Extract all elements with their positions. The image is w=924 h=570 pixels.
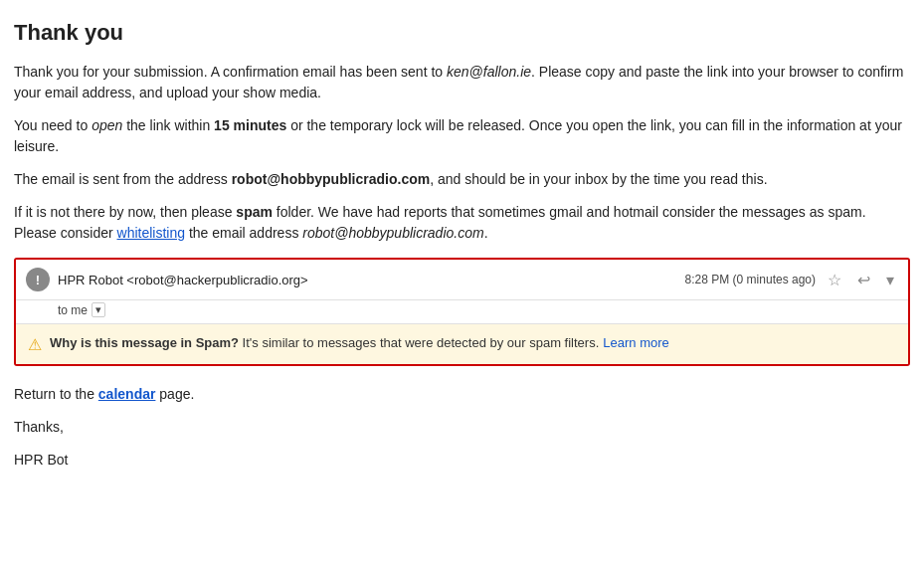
star-button[interactable]: ☆ bbox=[824, 269, 845, 291]
calendar-link[interactable]: calendar bbox=[98, 386, 156, 402]
to-label: to me bbox=[58, 303, 88, 317]
to-me-dropdown[interactable]: ▾ bbox=[92, 302, 105, 317]
spam-warning-bar: ⚠ Why is this message in Spam? It's simi… bbox=[16, 323, 908, 364]
signature: HPR Bot bbox=[14, 450, 910, 471]
email-header-right: 8:28 PM (0 minutes ago) ☆ ↩ ▾ bbox=[685, 269, 898, 291]
page-title: Thank you bbox=[14, 20, 910, 46]
spam-warning-text: Why is this message in Spam? It's simila… bbox=[50, 334, 669, 352]
para4-end: . bbox=[484, 225, 488, 241]
thanks-line: Thanks, bbox=[14, 417, 910, 438]
para3-email: robot@hobbypublicradio.com bbox=[232, 171, 431, 187]
sender-avatar: ! bbox=[26, 268, 50, 291]
para4-italic: robot@hobbypublicradio.com bbox=[302, 225, 483, 241]
reply-button[interactable]: ↩ bbox=[853, 269, 874, 291]
email-header-left: ! HPR Robot <robot@hackerpublicradio.org… bbox=[26, 268, 308, 291]
avatar-initial: ! bbox=[36, 273, 40, 287]
return-post: page. bbox=[155, 386, 194, 402]
email-header: ! HPR Robot <robot@hackerpublicradio.org… bbox=[16, 260, 908, 300]
spam-warning-bold: Why is this message in Spam? bbox=[50, 335, 239, 350]
return-paragraph: Return to the calendar page. bbox=[14, 384, 910, 405]
para4-end-pre: the email address bbox=[185, 225, 302, 241]
learn-more-link[interactable]: Learn more bbox=[603, 335, 668, 350]
para2-pre: You need to bbox=[14, 117, 92, 133]
spam-warning-body: It's similar to messages that were detec… bbox=[239, 335, 599, 350]
para1-text: Thank you for your submission. A confirm… bbox=[14, 64, 447, 80]
email-subheader: to me ▾ bbox=[16, 300, 908, 323]
para4-pre: If it is not there by now, then please bbox=[14, 204, 236, 220]
para3-pre: The email is sent from the address bbox=[14, 171, 232, 187]
para2-bold: 15 minutes bbox=[214, 117, 286, 133]
email-address: ken@fallon.ie bbox=[447, 64, 531, 80]
return-pre: Return to the bbox=[14, 386, 98, 402]
paragraph-4: If it is not there by now, then please s… bbox=[14, 202, 910, 244]
warning-icon: ⚠ bbox=[28, 335, 42, 354]
para4-bold: spam bbox=[236, 204, 273, 220]
sender-name: HPR Robot <robot@hackerpublicradio.org> bbox=[58, 273, 308, 287]
email-mock: ! HPR Robot <robot@hackerpublicradio.org… bbox=[14, 258, 910, 366]
paragraph-1: Thank you for your submission. A confirm… bbox=[14, 62, 910, 103]
para2-mid: the link within bbox=[122, 117, 214, 133]
paragraph-3: The email is sent from the address robot… bbox=[14, 169, 910, 190]
para2-italic: open bbox=[92, 117, 122, 133]
email-timestamp: 8:28 PM (0 minutes ago) bbox=[685, 273, 816, 286]
para3-rest: , and should be in your inbox by the tim… bbox=[430, 171, 767, 187]
more-button[interactable]: ▾ bbox=[882, 269, 898, 291]
whitelisting-link[interactable]: whitelisting bbox=[117, 225, 185, 241]
paragraph-2: You need to open the link within 15 minu… bbox=[14, 115, 910, 157]
